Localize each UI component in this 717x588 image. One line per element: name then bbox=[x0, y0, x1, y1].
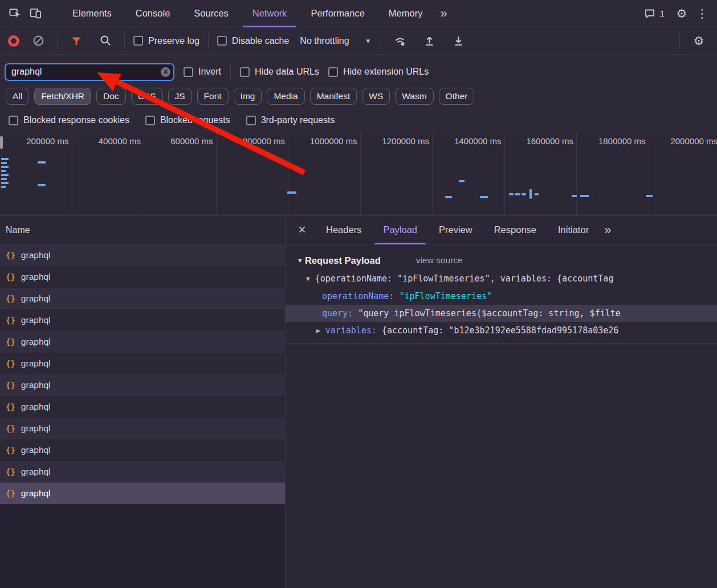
tab-network[interactable]: Network bbox=[241, 0, 299, 27]
request-row[interactable]: {}graphql bbox=[0, 288, 285, 309]
request-row[interactable]: {}graphql bbox=[0, 461, 285, 483]
clear-network-log-icon[interactable] bbox=[28, 31, 48, 51]
network-conditions-icon[interactable] bbox=[390, 31, 410, 51]
timeline-tick-cell: 1800000 ms bbox=[577, 133, 649, 215]
disable-cache-label: Disable cache bbox=[232, 36, 290, 46]
json-braces-icon: {} bbox=[6, 272, 15, 281]
detail-tab-response[interactable]: Response bbox=[483, 216, 547, 244]
tab-performance[interactable]: Performance bbox=[299, 0, 376, 27]
disable-cache-checkbox[interactable]: Disable cache bbox=[217, 36, 290, 46]
request-row[interactable]: {}graphql bbox=[0, 353, 285, 374]
request-name: graphql bbox=[21, 315, 51, 325]
expand-triangle-icon[interactable]: ▶ bbox=[316, 327, 320, 334]
payload-separator bbox=[286, 343, 717, 344]
timeline-tick-cell: 1600000 ms bbox=[505, 133, 577, 215]
console-messages-badge[interactable]: 1 bbox=[644, 8, 665, 19]
more-detail-tabs-icon[interactable]: » bbox=[604, 223, 611, 238]
request-row[interactable]: {}graphql bbox=[0, 309, 285, 331]
type-filter-css[interactable]: CSS bbox=[131, 88, 163, 105]
json-braces-icon: {} bbox=[6, 489, 15, 498]
toolbar-divider bbox=[208, 34, 209, 48]
type-filter-font[interactable]: Font bbox=[197, 88, 229, 105]
json-braces-icon: {} bbox=[6, 381, 15, 390]
tab-memory[interactable]: Memory bbox=[377, 0, 435, 27]
hide-extension-urls-checkbox[interactable]: Hide extension URLs bbox=[328, 67, 429, 77]
import-har-icon[interactable] bbox=[419, 31, 439, 51]
toolbar-divider bbox=[381, 34, 381, 48]
tab-console[interactable]: Console bbox=[124, 0, 182, 27]
view-source-link[interactable]: view source bbox=[416, 255, 463, 266]
waterfall-bar bbox=[1, 170, 6, 172]
payload-property-row[interactable]: operationName: "ipFlowTimeseries" bbox=[286, 288, 717, 305]
preserve-log-checkbox[interactable]: Preserve log bbox=[133, 36, 199, 46]
property-key: query: bbox=[322, 308, 358, 318]
request-row[interactable]: {}graphql bbox=[0, 483, 285, 504]
type-filter-other[interactable]: Other bbox=[439, 88, 475, 105]
request-name: graphql bbox=[21, 250, 51, 260]
request-row[interactable]: {}graphql bbox=[0, 266, 285, 288]
type-filter-manifest[interactable]: Manifest bbox=[310, 88, 357, 105]
settings-gear-icon[interactable]: ⚙ bbox=[671, 3, 692, 24]
blocked-requests-checkbox[interactable]: Blocked requests bbox=[145, 115, 230, 125]
inspect-element-icon[interactable] bbox=[5, 3, 25, 24]
type-filter-js[interactable]: JS bbox=[168, 88, 192, 105]
waterfall-bar bbox=[522, 193, 526, 195]
hide-extension-urls-label: Hide extension URLs bbox=[343, 67, 429, 77]
json-braces-icon: {} bbox=[6, 467, 15, 476]
json-braces-icon: {} bbox=[6, 359, 15, 368]
request-row[interactable]: {}graphql bbox=[0, 244, 285, 266]
throttling-select[interactable]: No throttling ▾ bbox=[298, 34, 372, 48]
detail-tab-headers[interactable]: Headers bbox=[315, 216, 372, 244]
filter-section: × Invert Hide data URLs Hide extension U… bbox=[0, 55, 717, 133]
json-braces-icon: {} bbox=[6, 424, 15, 433]
export-har-icon[interactable] bbox=[448, 31, 469, 51]
third-party-requests-checkbox[interactable]: 3rd-party requests bbox=[246, 115, 335, 125]
request-row[interactable]: {}graphql bbox=[0, 331, 285, 353]
timeline-tick-label: 600000 ms bbox=[170, 133, 215, 215]
type-filter-img[interactable]: Img bbox=[234, 88, 262, 105]
payload-property-row-selected[interactable]: query: "query ipFlowTimeseries($accountT… bbox=[286, 305, 717, 322]
request-row[interactable]: {}graphql bbox=[0, 396, 285, 418]
close-icon[interactable]: × bbox=[292, 220, 312, 240]
more-tabs-icon[interactable]: » bbox=[434, 7, 453, 20]
clear-filter-icon[interactable]: × bbox=[161, 67, 170, 77]
record-button[interactable] bbox=[8, 35, 19, 47]
invert-checkbox[interactable]: Invert bbox=[184, 67, 221, 77]
network-settings-gear-icon[interactable]: ⚙ bbox=[689, 31, 709, 51]
request-row[interactable]: {}graphql bbox=[0, 374, 285, 396]
payload-property-row[interactable]: ▶ variables: {accountTag: "b12e3b2192ee5… bbox=[286, 322, 717, 339]
overflow-menu-icon[interactable]: ⋮ bbox=[692, 3, 712, 24]
request-row[interactable]: {}graphql bbox=[0, 439, 285, 461]
collapse-triangle-icon[interactable]: ▼ bbox=[297, 257, 303, 264]
blocked-response-cookies-checkbox[interactable]: Blocked response cookies bbox=[9, 115, 129, 125]
network-overview-timeline[interactable]: 200000 ms400000 ms600000 ms800000 ms1000… bbox=[0, 133, 717, 216]
type-filter-ws[interactable]: WS bbox=[362, 88, 390, 105]
name-column-header[interactable]: Name bbox=[0, 216, 285, 244]
type-filter-fetch-xhr[interactable]: Fetch/XHR bbox=[34, 88, 91, 105]
search-icon[interactable] bbox=[95, 31, 116, 51]
json-braces-icon: {} bbox=[6, 446, 15, 455]
detail-tab-preview[interactable]: Preview bbox=[428, 216, 483, 244]
payload-root-line[interactable]: ▼ {operationName: "ipFlowTimeseries", va… bbox=[286, 270, 717, 288]
hide-data-urls-label: Hide data URLs bbox=[255, 67, 319, 77]
type-filter-wasm[interactable]: Wasm bbox=[395, 88, 433, 105]
timeline-tick-cell: 600000 ms bbox=[144, 133, 217, 215]
collapse-triangle-icon[interactable]: ▼ bbox=[306, 275, 310, 283]
waterfall-bar bbox=[1, 178, 7, 180]
request-row[interactable]: {}graphql bbox=[0, 418, 285, 439]
tab-sources[interactable]: Sources bbox=[182, 0, 241, 27]
tab-elements[interactable]: Elements bbox=[60, 0, 124, 27]
hide-data-urls-checkbox[interactable]: Hide data URLs bbox=[240, 67, 319, 77]
request-name: graphql bbox=[21, 467, 51, 477]
detail-tab-initiator[interactable]: Initiator bbox=[547, 216, 600, 244]
type-filter-doc[interactable]: Doc bbox=[96, 88, 126, 105]
timeline-drag-handle[interactable] bbox=[0, 136, 3, 149]
type-filter-all[interactable]: All bbox=[6, 88, 29, 105]
device-toolbar-icon[interactable] bbox=[25, 3, 46, 24]
filter-icon[interactable] bbox=[66, 31, 87, 51]
type-filter-media[interactable]: Media bbox=[267, 88, 304, 105]
filter-input[interactable] bbox=[5, 63, 174, 81]
request-name: graphql bbox=[21, 358, 51, 369]
checkbox-box bbox=[246, 116, 256, 125]
detail-tab-payload[interactable]: Payload bbox=[372, 216, 428, 244]
